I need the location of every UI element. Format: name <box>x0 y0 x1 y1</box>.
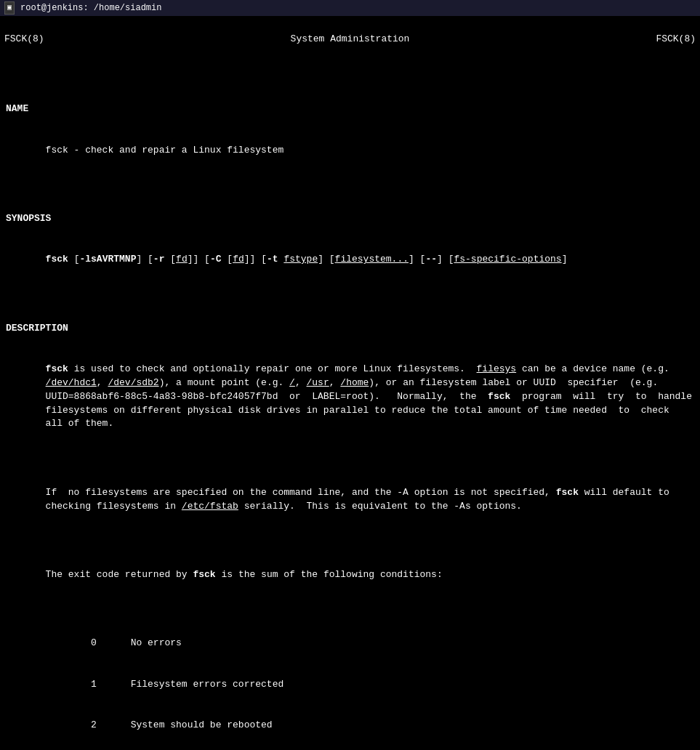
header-left: FSCK(8) <box>4 33 44 47</box>
section-synopsis: SYNOPSIS <box>6 213 51 224</box>
man-header: FSCK(8) System Administration FSCK(8) <box>4 33 696 47</box>
section-name: NAME <box>6 103 28 114</box>
title-bar: ▣ root@jenkins: /home/siadmin <box>0 0 700 16</box>
man-body: NAME fsck - check and repair a Linux fil… <box>4 62 696 750</box>
header-center: System Administration <box>291 33 410 47</box>
terminal-icon: ▣ <box>4 1 15 15</box>
section-description: DESCRIPTION <box>6 323 68 334</box>
terminal: ▣ root@jenkins: /home/siadmin FSCK(8) Sy… <box>0 0 700 750</box>
header-right: FSCK(8) <box>656 33 696 47</box>
man-page-content[interactable]: FSCK(8) System Administration FSCK(8) NA… <box>0 16 700 750</box>
title-text: root@jenkins: /home/siadmin <box>20 2 161 15</box>
